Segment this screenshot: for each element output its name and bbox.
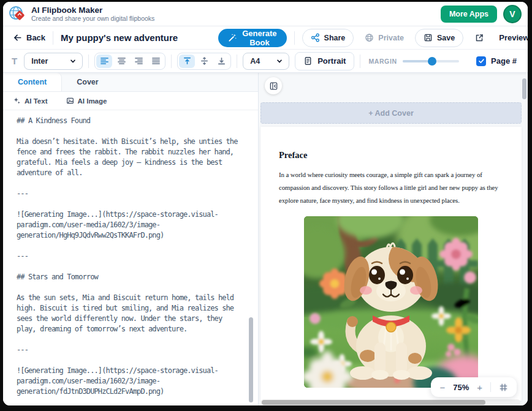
save-label: Save <box>437 34 455 42</box>
document-title: My puppy's new adventure <box>61 32 178 43</box>
zoom-level: 75% <box>453 383 469 392</box>
zoom-out-button[interactable]: − <box>439 383 445 392</box>
save-icon <box>424 33 433 42</box>
align-justify-button[interactable] <box>148 55 164 68</box>
vertical-scrollbar-thumb[interactable] <box>522 78 526 99</box>
page-number-control: Page # <box>476 56 517 66</box>
zoom-in-button[interactable]: + <box>477 383 482 392</box>
editor-panel: Content Cover AI Text AI Image ## A Kind… <box>3 73 259 405</box>
book-page-content: Preface In a world where curiosity meets… <box>260 127 522 388</box>
align-right-button[interactable] <box>131 55 146 68</box>
zoom-toolbar: − 75% + <box>431 377 517 397</box>
collapse-panel-button[interactable] <box>265 77 282 94</box>
ai-image-button[interactable]: AI Image <box>66 97 107 105</box>
editor-tabbar: Content Cover <box>3 73 258 92</box>
document-toolbar: Back My puppy's new adventure Generate B… <box>3 26 528 50</box>
align-left-button[interactable] <box>96 55 112 68</box>
add-cover-button[interactable]: + Add Cover <box>260 102 522 124</box>
share-button[interactable]: Share <box>302 29 354 47</box>
chevron-down-icon <box>69 58 77 65</box>
app-subtitle: Create and share your own digital flipbo… <box>31 15 154 22</box>
back-arrow-icon <box>13 33 22 42</box>
horizontal-scrollbar <box>260 399 520 405</box>
app-title: AI Flipbook Maker <box>31 6 154 15</box>
save-button[interactable]: Save <box>415 29 463 47</box>
page-number-checkbox[interactable] <box>476 56 486 66</box>
ai-text-button[interactable]: AI Text <box>13 97 48 105</box>
editor-scrollbar[interactable] <box>249 317 253 402</box>
private-label: Private <box>378 34 404 42</box>
document-icon <box>303 56 313 66</box>
markdown-editor: ## A Kindness Found Mia doesn’t hesitate… <box>3 110 258 405</box>
divider <box>360 55 360 68</box>
generate-book-label: Generate Book <box>242 29 276 47</box>
divider <box>171 55 172 68</box>
divider <box>237 55 237 68</box>
app-title-block: AI Flipbook Maker Create and share your … <box>31 6 154 23</box>
share-label: Share <box>324 34 346 42</box>
valign-middle-button[interactable] <box>196 55 212 68</box>
main-area: Content Cover AI Text AI Image ## A Kind… <box>3 73 528 405</box>
sparkles-icon <box>13 97 21 105</box>
slider-fill <box>403 60 428 62</box>
horizontal-scrollbar-thumb[interactable] <box>262 400 485 405</box>
page-paragraph: In a world where curiosity meets courage… <box>279 168 503 207</box>
user-avatar[interactable]: V <box>503 5 522 23</box>
preview-label: Preview <box>499 33 528 42</box>
tab-cover[interactable]: Cover <box>62 73 113 91</box>
slider-knob[interactable] <box>428 57 436 66</box>
magic-wand-icon <box>228 33 237 42</box>
divider <box>294 31 295 45</box>
book-page: Preface In a world where curiosity meets… <box>260 127 522 401</box>
page-size-select[interactable]: A4 <box>243 53 289 70</box>
puppy-illustration <box>304 216 478 388</box>
typography-icon: T <box>10 56 18 66</box>
page-heading: Preface <box>279 150 503 160</box>
orientation-button[interactable]: Portrait <box>295 52 354 70</box>
margin-label: MARGIN <box>368 58 397 65</box>
image-icon <box>66 97 74 105</box>
font-select[interactable]: Inter <box>24 53 83 70</box>
valign-bottom-button[interactable] <box>213 55 229 68</box>
divider <box>53 31 53 45</box>
tab-content[interactable]: Content <box>3 73 62 91</box>
back-button[interactable]: Back <box>13 33 45 42</box>
globe-icon <box>365 33 374 42</box>
valign-top-button[interactable] <box>179 55 195 68</box>
ai-toolbar: AI Text AI Image <box>3 92 258 110</box>
orientation-label: Portrait <box>317 56 346 66</box>
share-icon <box>311 33 320 42</box>
more-apps-button[interactable]: More Apps <box>441 6 497 23</box>
page-number-label: Page # <box>491 56 517 66</box>
fit-frame-button[interactable] <box>499 383 508 392</box>
ai-image-label: AI Image <box>78 97 107 105</box>
vertical-align-group <box>177 53 231 70</box>
format-toolbar: T Inter A4 Portrait MARGIN <box>3 50 528 73</box>
margin-slider[interactable] <box>403 57 459 66</box>
preview-panel: + Add Cover Preface In a world where cur… <box>259 73 528 405</box>
private-button[interactable]: Private <box>361 29 408 47</box>
vertical-scrollbar <box>522 73 528 398</box>
align-center-button[interactable] <box>113 55 129 68</box>
generate-book-button[interactable]: Generate Book <box>218 29 286 47</box>
app-logo-icon <box>8 5 26 23</box>
font-select-value: Inter <box>31 57 48 66</box>
page-size-value: A4 <box>250 57 260 66</box>
open-external-button[interactable] <box>474 33 484 43</box>
ai-text-label: AI Text <box>25 97 48 105</box>
preview-control: Preview <box>499 31 528 45</box>
divider <box>88 55 89 68</box>
divider <box>490 382 491 392</box>
back-label: Back <box>26 33 45 42</box>
app-header: AI Flipbook Maker Create and share your … <box>3 2 528 26</box>
app-window: AI Flipbook Maker Create and share your … <box>3 2 528 405</box>
chevron-down-icon <box>276 58 283 65</box>
align-group <box>94 53 165 70</box>
editor-textarea[interactable]: ## A Kindness Found Mia doesn’t hesitate… <box>17 116 242 397</box>
